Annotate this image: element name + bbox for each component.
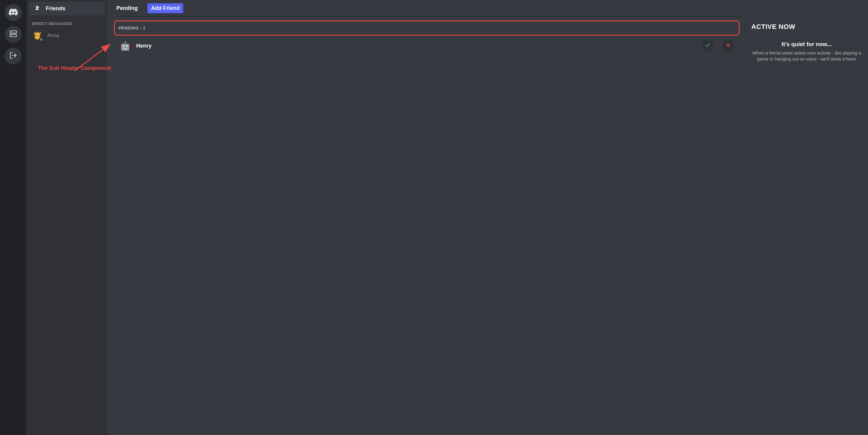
dm-item-anna[interactable]: 👸 Anna: [29, 28, 105, 43]
active-now-quiet-title: It's quiet for now...: [751, 41, 862, 47]
main: Pending Add Friend PENDING - 1 The Sub H…: [107, 0, 868, 435]
tab-pending[interactable]: Pending: [116, 5, 138, 11]
logout-icon: [9, 52, 17, 61]
topbar: Pending Add Friend: [107, 0, 868, 17]
active-now-quiet-desc: When a friend starts active-now activity…: [751, 50, 862, 62]
friends-icon: [33, 5, 41, 12]
status-offline-icon: [39, 37, 43, 41]
server-button[interactable]: [5, 26, 22, 43]
active-now-column: ACTIVE NOW It's quiet for now... When a …: [745, 17, 868, 435]
server-rail: [0, 0, 27, 435]
avatar: 🤖: [119, 40, 131, 52]
pending-friend-row[interactable]: 🤖 Henry: [114, 36, 740, 56]
accept-button[interactable]: [702, 40, 714, 52]
active-now-title: ACTIVE NOW: [751, 23, 862, 31]
decline-button[interactable]: [722, 40, 734, 52]
server-icon: [9, 30, 17, 39]
discord-logo-icon: [9, 8, 18, 17]
friends-label: Friends: [46, 5, 65, 12]
add-friend-button[interactable]: Add Friend: [147, 3, 183, 13]
pending-subheader: PENDING - 1: [114, 21, 740, 36]
annotation-label: The Sub Header Component: [38, 65, 111, 71]
discord-home-button[interactable]: [5, 4, 22, 21]
pending-column: PENDING - 1 The Sub Header Component 🤖 H…: [107, 17, 745, 435]
close-icon: [725, 42, 731, 49]
avatar: 👸: [32, 30, 43, 41]
friends-nav[interactable]: Friends: [29, 2, 105, 15]
check-icon: [705, 42, 711, 49]
dm-name: Anna: [47, 33, 59, 39]
content-row: PENDING - 1 The Sub Header Component 🤖 H…: [107, 17, 868, 435]
dm-heading: DIRECT MESSAGES: [29, 15, 105, 28]
logout-button[interactable]: [5, 47, 22, 64]
friend-name: Henry: [136, 43, 693, 49]
